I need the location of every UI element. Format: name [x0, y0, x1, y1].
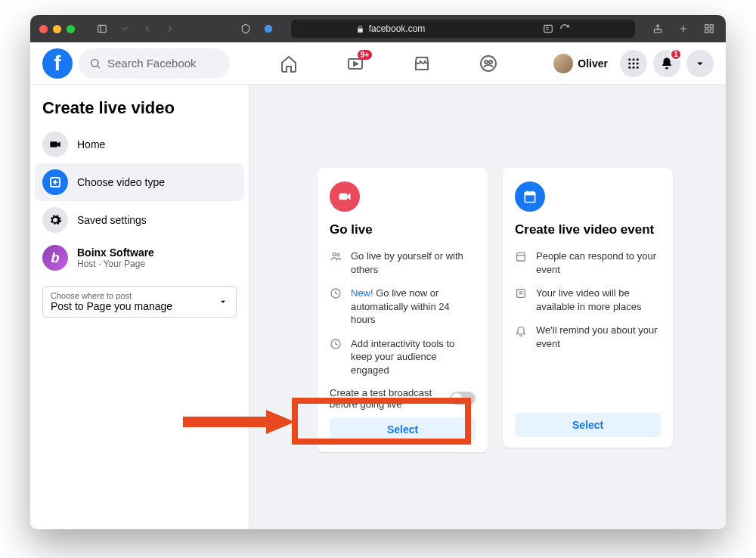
- select-event-button[interactable]: Select: [515, 413, 661, 437]
- notifications-button[interactable]: 1: [653, 50, 680, 77]
- svg-line-14: [98, 66, 100, 68]
- svg-rect-39: [525, 192, 534, 195]
- traffic-lights[interactable]: [39, 25, 75, 33]
- nav-watch-icon[interactable]: 9+: [345, 53, 366, 74]
- gear-icon: [42, 207, 68, 233]
- header-right-cluster: Oliver 1: [547, 50, 714, 77]
- plus-square-icon: [42, 169, 68, 195]
- svg-rect-0: [98, 25, 107, 32]
- test-broadcast-toggle[interactable]: [450, 392, 476, 405]
- card-title: Create live video event: [515, 222, 661, 237]
- nav-marketplace-icon[interactable]: [411, 53, 432, 74]
- svg-rect-11: [705, 29, 708, 33]
- tabs-overview-icon[interactable]: [702, 21, 717, 36]
- page-title: Create live video: [35, 94, 244, 126]
- post-destination-select[interactable]: Choose where to post Post to Page you ma…: [42, 286, 237, 318]
- minimize-window-icon[interactable]: [53, 25, 61, 33]
- svg-rect-10: [710, 25, 713, 28]
- svg-rect-33: [339, 194, 348, 200]
- grid-icon: [627, 57, 640, 70]
- svg-point-21: [633, 58, 635, 60]
- bullet-item: We'll remind you about your event: [515, 324, 661, 350]
- svg-point-17: [481, 56, 496, 71]
- select-go-live-button[interactable]: Select: [330, 417, 476, 442]
- new-tag: New!: [351, 287, 373, 299]
- test-broadcast-row: Create a test broadcast before going liv…: [330, 387, 476, 410]
- clock-icon: [330, 337, 343, 377]
- test-broadcast-label: Create a test broadcast before going liv…: [330, 387, 442, 410]
- browser-window: facebook.com f Search Facebook: [30, 15, 726, 529]
- svg-point-28: [637, 66, 639, 68]
- calendar-icon: [515, 250, 528, 276]
- card-live-event: Create live video event People can respo…: [503, 168, 673, 448]
- sidebar-toggle-icon[interactable]: [94, 21, 110, 36]
- clock-icon: [330, 287, 343, 327]
- reader-icon[interactable]: [543, 23, 553, 34]
- sidebar-item-label: Home: [77, 138, 105, 150]
- card-go-live: Go live Go live by yourself or with othe…: [318, 168, 488, 452]
- svg-point-23: [628, 62, 631, 64]
- page-identity[interactable]: b Boinx Software Host · Your Page: [35, 239, 244, 277]
- reload-icon[interactable]: [559, 23, 570, 34]
- sidebar-item-label: Choose video type: [77, 176, 165, 188]
- svg-point-13: [91, 59, 98, 66]
- facebook-logo-icon[interactable]: f: [42, 48, 73, 79]
- svg-rect-29: [50, 141, 57, 147]
- page-subtitle: Host · Your Page: [77, 259, 154, 269]
- browser-chrome: facebook.com: [30, 15, 726, 42]
- sidebar-item-home[interactable]: Home: [35, 126, 244, 163]
- page-name: Boinx Software: [77, 246, 154, 259]
- bullet-text: Your live video will be available in mor…: [536, 287, 661, 313]
- search-icon: [89, 57, 101, 70]
- svg-point-25: [637, 62, 639, 64]
- menu-grid-button[interactable]: [620, 50, 647, 77]
- maximize-window-icon[interactable]: [67, 25, 75, 33]
- user-name: Oliver: [578, 57, 608, 70]
- back-icon[interactable]: [140, 21, 155, 36]
- svg-rect-42: [517, 253, 525, 261]
- center-nav: 9+: [230, 53, 547, 74]
- calendar-icon: [515, 181, 545, 212]
- extension-icon[interactable]: [261, 21, 276, 36]
- post-destination-label: Choose where to post: [51, 291, 172, 300]
- svg-point-2: [265, 25, 273, 33]
- svg-point-24: [633, 62, 635, 64]
- page-avatar-icon: b: [42, 245, 68, 271]
- url-bar[interactable]: facebook.com: [291, 20, 635, 38]
- close-window-icon[interactable]: [39, 25, 48, 33]
- bullet-text: New! Go live now or automatically within…: [351, 287, 476, 327]
- bell-icon: [515, 324, 528, 350]
- people-icon: [330, 250, 343, 276]
- search-input[interactable]: Search Facebook: [79, 48, 230, 79]
- chevron-down-icon[interactable]: [117, 21, 132, 36]
- bullet-item: New! Go live now or automatically within…: [330, 287, 476, 327]
- forward-icon[interactable]: [163, 21, 178, 36]
- bullet-text: Add interactivity tools to keep your aud…: [351, 337, 476, 377]
- svg-point-27: [633, 66, 635, 68]
- bullet-text: People can respond to your event: [536, 250, 661, 276]
- svg-rect-12: [710, 29, 713, 33]
- caret-down-icon: [693, 57, 707, 70]
- svg-marker-16: [354, 62, 358, 66]
- share-icon[interactable]: [650, 21, 665, 36]
- go-live-icon: [330, 181, 360, 212]
- feed-icon: [515, 287, 528, 313]
- user-chip[interactable]: Oliver: [547, 51, 614, 76]
- svg-point-19: [489, 60, 492, 64]
- url-host: facebook.com: [369, 23, 426, 34]
- watch-badge: 9+: [358, 50, 372, 60]
- nav-home-icon[interactable]: [278, 53, 299, 74]
- shield-icon[interactable]: [238, 21, 253, 36]
- bullet-text: We'll remind you about your event: [536, 324, 661, 350]
- new-tab-icon[interactable]: [676, 21, 691, 36]
- post-destination-value: Post to Page you manage: [51, 300, 172, 312]
- sidebar-item-choose-video-type[interactable]: Choose video type: [35, 163, 244, 201]
- sidebar-item-label: Saved settings: [77, 214, 147, 226]
- sidebar-item-saved-settings[interactable]: Saved settings: [35, 201, 244, 239]
- main-content: Go live Go live by yourself or with othe…: [249, 85, 726, 529]
- nav-groups-icon[interactable]: [478, 53, 499, 74]
- bullet-item: Go live by yourself or with others: [330, 250, 476, 276]
- bullet-item: Your live video will be available in mor…: [515, 287, 661, 313]
- account-menu-button[interactable]: [686, 50, 714, 77]
- svg-point-18: [485, 60, 488, 64]
